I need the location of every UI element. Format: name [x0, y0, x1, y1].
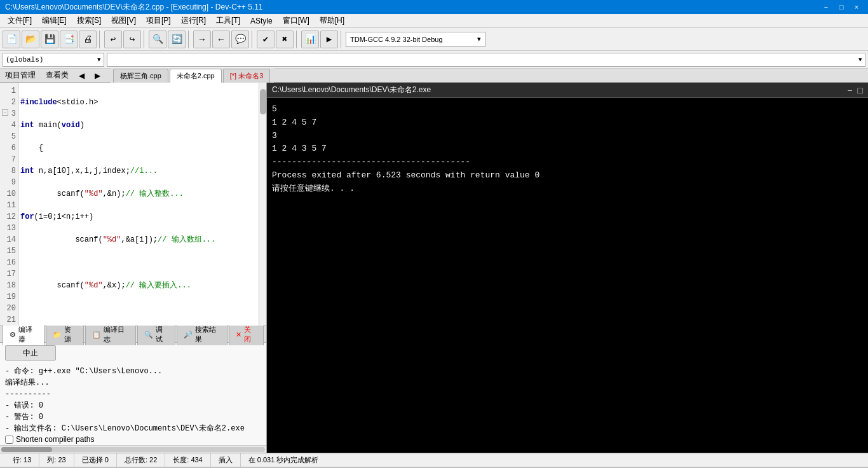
menu-project[interactable]: 项目[P] — [141, 14, 176, 27]
sep6 — [341, 31, 343, 48]
code-line-6: for(i=0;i<n;i++) — [20, 211, 257, 223]
window-controls: − □ × — [820, 2, 863, 12]
line-num-17: 17 — [0, 268, 18, 280]
open-button[interactable]: 📂 — [22, 31, 39, 48]
line-num-20: 20 — [0, 303, 18, 314]
stop-button[interactable]: 中止 — [5, 345, 56, 361]
line-num-15: 15 — [0, 245, 18, 257]
console-exit-msg: Process exited after 6.523 seconds with … — [272, 169, 863, 182]
run-button[interactable]: ▶ — [320, 31, 338, 48]
tab-debug-label: 调试 — [156, 325, 168, 344]
console-line-1: 5 — [272, 103, 863, 116]
console-maximize-button[interactable]: □ — [858, 85, 863, 95]
shorten-compiler-paths-label[interactable]: Shorten compiler paths — [16, 435, 94, 444]
project-manager-button[interactable]: 项目管理 — [3, 69, 38, 82]
menu-tools[interactable]: 工具[T] — [211, 14, 245, 27]
menu-search[interactable]: 搜索[S] — [72, 14, 107, 27]
line-num-10: 10 — [0, 188, 18, 200]
tab-search-results[interactable]: 🔎 搜索结果 — [177, 323, 227, 345]
line-num-21: 21 — [0, 314, 18, 326]
tab-compiler[interactable]: ⚙ 编译器 — [3, 323, 44, 345]
sep4 — [252, 31, 254, 48]
tab-close-label: 关闭 — [244, 325, 257, 344]
line-num-13: 13 — [0, 223, 18, 234]
tab-yanghui[interactable]: 杨辉三角.cpp — [113, 69, 168, 83]
redo-button[interactable]: ↪ — [123, 31, 141, 48]
code-line-8 — [20, 257, 257, 268]
bottom-panel: ⚙ 编译器 📁 资源 📋 编译日志 🔍 调试 🔎 搜索结果 — [0, 326, 266, 453]
menu-astyle[interactable]: AStyle — [245, 15, 278, 27]
compiler-warning: - 警告: 0 — [5, 411, 261, 423]
save-all-button[interactable]: 📑 — [60, 31, 78, 48]
nav-next-button[interactable]: ▶ — [92, 70, 103, 81]
bottom-tab-bar: ⚙ 编译器 📁 资源 📋 编译日志 🔍 调试 🔎 搜索结果 — [0, 326, 266, 343]
line-num-3: 3- — [0, 108, 18, 120]
globals-arrow-icon: ▾ — [97, 55, 101, 64]
tab-unnamed2[interactable]: 未命名2.cpp — [170, 69, 222, 83]
menu-view[interactable]: 视图[V] — [106, 14, 141, 27]
hscroll-thumb[interactable] — [1, 447, 52, 452]
comment-button[interactable]: 💬 — [231, 31, 249, 48]
new-button[interactable]: 📄 — [3, 31, 20, 48]
menu-help[interactable]: 帮助[H] — [315, 14, 349, 27]
code-vscrollbar[interactable] — [259, 83, 266, 326]
line-num-8: 8 — [0, 165, 18, 177]
line-num-6: 6 — [0, 142, 18, 154]
class-view-button[interactable]: 查看类 — [43, 69, 71, 82]
indent-button[interactable]: → — [193, 31, 211, 48]
tab-compile-log[interactable]: 📋 编译日志 — [85, 323, 136, 345]
hscroll-track[interactable] — [1, 447, 265, 452]
replace-button[interactable]: 🔄 — [168, 31, 186, 48]
tab-close[interactable]: ✕ 关闭 — [229, 323, 264, 345]
code-line-7: scanf("%d",&a[i]);// 输入数组... — [20, 234, 257, 245]
undo-button[interactable]: ↩ — [104, 31, 122, 48]
menu-window[interactable]: 窗口[W] — [278, 14, 315, 27]
sep5 — [296, 31, 299, 48]
title-bar: C:\Users\Lenovo\Documents\DEV\未命名2.cpp -… — [0, 0, 868, 14]
search-button[interactable]: 🔍 — [149, 31, 166, 48]
profile-button[interactable]: 📊 — [301, 31, 319, 48]
tab-compile-log-label: 编译日志 — [104, 325, 129, 344]
compile-button[interactable]: ✔ — [257, 31, 275, 48]
tab-unnamed3[interactable]: [*] 未命名3 — [223, 69, 271, 83]
maximize-button[interactable]: □ — [835, 2, 848, 12]
compiler-dropdown[interactable]: TDM-GCC 4.9.2 32-bit Debug ▾ — [346, 32, 485, 47]
code-editor[interactable]: 1 2 3- 4 5 6 7 8 9 10 11 12 13 14 15 16 … — [0, 83, 266, 326]
debug-icon: 🔍 — [144, 331, 153, 339]
code-line-10 — [20, 303, 257, 314]
line-num-2: 2 — [0, 97, 18, 108]
menu-edit[interactable]: 编辑[E] — [37, 14, 72, 27]
status-selected: 已选择 0 — [74, 453, 117, 467]
sep3 — [188, 31, 191, 48]
shorten-compiler-paths-checkbox[interactable] — [5, 436, 13, 444]
print-button[interactable]: 🖨 — [79, 31, 97, 48]
line-num-19: 19 — [0, 291, 18, 303]
status-parse-time: 在 0.031 秒内完成解析 — [241, 453, 327, 467]
globals-dropdown[interactable]: (globals) ▾ — [3, 53, 104, 67]
unindent-button[interactable]: ← — [212, 31, 230, 48]
close-tab-icon: ✕ — [236, 331, 241, 339]
nav-prev-button[interactable]: ◀ — [76, 70, 87, 81]
shorten-compiler-paths-container: Shorten compiler paths — [0, 434, 266, 445]
line-num-4: 4 — [0, 120, 18, 131]
function-dropdown[interactable]: ▾ — [107, 53, 865, 67]
code-line-1: #include<stdio.h> — [20, 97, 257, 108]
close-button[interactable]: × — [850, 2, 863, 12]
menu-file[interactable]: 文件[F] — [3, 14, 37, 27]
horizontal-scrollbar[interactable] — [0, 445, 266, 453]
code-line-3: { — [20, 142, 257, 154]
tab-resources[interactable]: 📁 资源 — [46, 323, 84, 345]
save-button[interactable]: 💾 — [41, 31, 58, 48]
dropdown-arrow-icon: ▾ — [477, 35, 481, 43]
console-minimize-button[interactable]: − — [847, 85, 852, 95]
minimize-button[interactable]: − — [820, 2, 832, 12]
tab-debug[interactable]: 🔍 调试 — [137, 323, 175, 345]
console-line-3: 3 — [272, 130, 863, 143]
tab-search-results-label: 搜索结果 — [195, 325, 220, 344]
globals-bar: (globals) ▾ ▾ — [0, 51, 868, 69]
vscroll-thumb[interactable] — [260, 89, 266, 114]
menu-run[interactable]: 运行[R] — [176, 14, 211, 27]
console-output: 5 1 2 4 5 7 3 1 2 4 3 5 7 --------------… — [267, 98, 868, 453]
sep2 — [144, 31, 146, 48]
stop-compile-button[interactable]: ✖ — [276, 31, 294, 48]
